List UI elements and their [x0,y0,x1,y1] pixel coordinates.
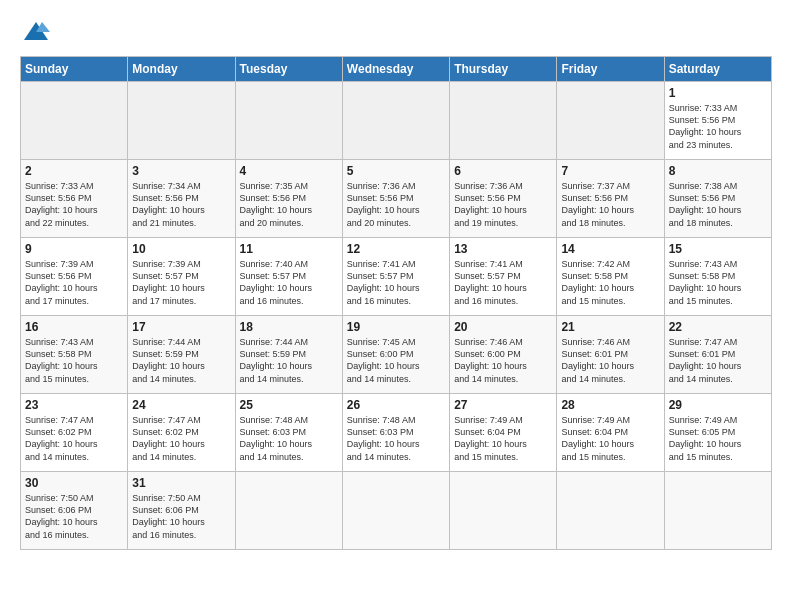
day-info: Sunrise: 7:33 AM Sunset: 5:56 PM Dayligh… [25,180,123,229]
calendar-cell: 8Sunrise: 7:38 AM Sunset: 5:56 PM Daylig… [664,160,771,238]
day-number: 20 [454,319,552,335]
calendar-cell: 29Sunrise: 7:49 AM Sunset: 6:05 PM Dayli… [664,394,771,472]
col-header-wednesday: Wednesday [342,57,449,82]
calendar-cell: 7Sunrise: 7:37 AM Sunset: 5:56 PM Daylig… [557,160,664,238]
header [20,18,772,46]
calendar-cell: 15Sunrise: 7:43 AM Sunset: 5:58 PM Dayli… [664,238,771,316]
calendar-cell: 24Sunrise: 7:47 AM Sunset: 6:02 PM Dayli… [128,394,235,472]
col-header-thursday: Thursday [450,57,557,82]
calendar-cell: 17Sunrise: 7:44 AM Sunset: 5:59 PM Dayli… [128,316,235,394]
day-info: Sunrise: 7:46 AM Sunset: 6:00 PM Dayligh… [454,336,552,385]
day-number: 22 [669,319,767,335]
calendar-cell [450,82,557,160]
calendar-cell [235,472,342,550]
day-number: 29 [669,397,767,413]
day-number: 4 [240,163,338,179]
calendar-cell: 22Sunrise: 7:47 AM Sunset: 6:01 PM Dayli… [664,316,771,394]
day-number: 14 [561,241,659,257]
day-info: Sunrise: 7:36 AM Sunset: 5:56 PM Dayligh… [454,180,552,229]
day-number: 21 [561,319,659,335]
calendar-cell: 16Sunrise: 7:43 AM Sunset: 5:58 PM Dayli… [21,316,128,394]
calendar-cell: 26Sunrise: 7:48 AM Sunset: 6:03 PM Dayli… [342,394,449,472]
calendar-table: SundayMondayTuesdayWednesdayThursdayFrid… [20,56,772,550]
calendar-cell [342,472,449,550]
page: SundayMondayTuesdayWednesdayThursdayFrid… [0,0,792,612]
day-info: Sunrise: 7:39 AM Sunset: 5:56 PM Dayligh… [25,258,123,307]
day-info: Sunrise: 7:50 AM Sunset: 6:06 PM Dayligh… [132,492,230,541]
calendar-cell [557,472,664,550]
calendar-cell: 9Sunrise: 7:39 AM Sunset: 5:56 PM Daylig… [21,238,128,316]
day-info: Sunrise: 7:39 AM Sunset: 5:57 PM Dayligh… [132,258,230,307]
day-info: Sunrise: 7:37 AM Sunset: 5:56 PM Dayligh… [561,180,659,229]
day-info: Sunrise: 7:47 AM Sunset: 6:02 PM Dayligh… [25,414,123,463]
col-header-sunday: Sunday [21,57,128,82]
day-info: Sunrise: 7:46 AM Sunset: 6:01 PM Dayligh… [561,336,659,385]
day-info: Sunrise: 7:43 AM Sunset: 5:58 PM Dayligh… [669,258,767,307]
calendar-cell: 18Sunrise: 7:44 AM Sunset: 5:59 PM Dayli… [235,316,342,394]
day-number: 18 [240,319,338,335]
day-number: 16 [25,319,123,335]
day-info: Sunrise: 7:36 AM Sunset: 5:56 PM Dayligh… [347,180,445,229]
calendar-cell: 10Sunrise: 7:39 AM Sunset: 5:57 PM Dayli… [128,238,235,316]
calendar-cell [664,472,771,550]
calendar-cell: 4Sunrise: 7:35 AM Sunset: 5:56 PM Daylig… [235,160,342,238]
day-info: Sunrise: 7:49 AM Sunset: 6:04 PM Dayligh… [454,414,552,463]
day-number: 12 [347,241,445,257]
day-number: 31 [132,475,230,491]
calendar-cell: 31Sunrise: 7:50 AM Sunset: 6:06 PM Dayli… [128,472,235,550]
day-info: Sunrise: 7:35 AM Sunset: 5:56 PM Dayligh… [240,180,338,229]
day-number: 6 [454,163,552,179]
day-number: 13 [454,241,552,257]
calendar-cell: 11Sunrise: 7:40 AM Sunset: 5:57 PM Dayli… [235,238,342,316]
calendar-cell: 25Sunrise: 7:48 AM Sunset: 6:03 PM Dayli… [235,394,342,472]
calendar-cell: 21Sunrise: 7:46 AM Sunset: 6:01 PM Dayli… [557,316,664,394]
day-info: Sunrise: 7:48 AM Sunset: 6:03 PM Dayligh… [240,414,338,463]
calendar-cell [21,82,128,160]
day-number: 17 [132,319,230,335]
day-info: Sunrise: 7:49 AM Sunset: 6:05 PM Dayligh… [669,414,767,463]
day-info: Sunrise: 7:44 AM Sunset: 5:59 PM Dayligh… [132,336,230,385]
day-number: 1 [669,85,767,101]
calendar-cell: 5Sunrise: 7:36 AM Sunset: 5:56 PM Daylig… [342,160,449,238]
calendar-cell: 19Sunrise: 7:45 AM Sunset: 6:00 PM Dayli… [342,316,449,394]
day-number: 30 [25,475,123,491]
col-header-monday: Monday [128,57,235,82]
calendar-cell: 2Sunrise: 7:33 AM Sunset: 5:56 PM Daylig… [21,160,128,238]
day-number: 19 [347,319,445,335]
day-number: 24 [132,397,230,413]
calendar-header-row: SundayMondayTuesdayWednesdayThursdayFrid… [21,57,772,82]
calendar-cell: 23Sunrise: 7:47 AM Sunset: 6:02 PM Dayli… [21,394,128,472]
calendar-body: 1Sunrise: 7:33 AM Sunset: 5:56 PM Daylig… [21,82,772,550]
calendar-week-4: 16Sunrise: 7:43 AM Sunset: 5:58 PM Dayli… [21,316,772,394]
day-number: 8 [669,163,767,179]
day-info: Sunrise: 7:33 AM Sunset: 5:56 PM Dayligh… [669,102,767,151]
calendar-cell: 30Sunrise: 7:50 AM Sunset: 6:06 PM Dayli… [21,472,128,550]
day-number: 7 [561,163,659,179]
calendar-week-3: 9Sunrise: 7:39 AM Sunset: 5:56 PM Daylig… [21,238,772,316]
col-header-tuesday: Tuesday [235,57,342,82]
day-number: 2 [25,163,123,179]
day-number: 11 [240,241,338,257]
day-info: Sunrise: 7:41 AM Sunset: 5:57 PM Dayligh… [454,258,552,307]
calendar-week-6: 30Sunrise: 7:50 AM Sunset: 6:06 PM Dayli… [21,472,772,550]
day-info: Sunrise: 7:44 AM Sunset: 5:59 PM Dayligh… [240,336,338,385]
calendar-cell: 3Sunrise: 7:34 AM Sunset: 5:56 PM Daylig… [128,160,235,238]
calendar-cell [235,82,342,160]
day-info: Sunrise: 7:49 AM Sunset: 6:04 PM Dayligh… [561,414,659,463]
day-number: 25 [240,397,338,413]
day-number: 15 [669,241,767,257]
day-info: Sunrise: 7:45 AM Sunset: 6:00 PM Dayligh… [347,336,445,385]
calendar-cell: 13Sunrise: 7:41 AM Sunset: 5:57 PM Dayli… [450,238,557,316]
calendar-week-5: 23Sunrise: 7:47 AM Sunset: 6:02 PM Dayli… [21,394,772,472]
logo-icon [22,18,50,46]
day-info: Sunrise: 7:47 AM Sunset: 6:01 PM Dayligh… [669,336,767,385]
day-number: 10 [132,241,230,257]
day-number: 9 [25,241,123,257]
calendar-cell [342,82,449,160]
calendar-cell [557,82,664,160]
col-header-saturday: Saturday [664,57,771,82]
calendar-cell [450,472,557,550]
calendar-cell: 28Sunrise: 7:49 AM Sunset: 6:04 PM Dayli… [557,394,664,472]
day-info: Sunrise: 7:48 AM Sunset: 6:03 PM Dayligh… [347,414,445,463]
calendar-cell [128,82,235,160]
